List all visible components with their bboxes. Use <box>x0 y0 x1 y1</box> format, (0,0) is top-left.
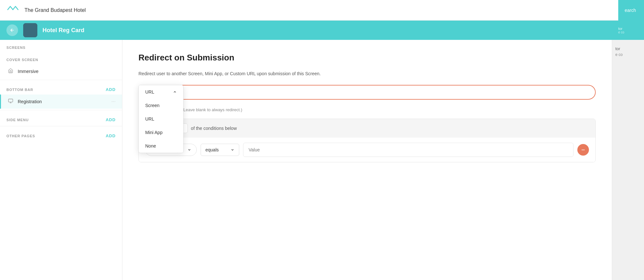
immersive-label: Immersive <box>18 69 116 74</box>
sidebar-item-registration[interactable]: Registration ··· <box>0 95 122 109</box>
sub-header: Hotel Reg Card tor e co <box>0 21 644 40</box>
value-input[interactable] <box>243 143 573 157</box>
cover-screen-section: COVER SCREEN <box>0 52 122 64</box>
divider-1 <box>0 80 122 80</box>
other-pages-label: OTHER PAGES <box>6 134 35 138</box>
sidebar: SCREENS COVER SCREEN Immersive BOTTOM BA… <box>0 40 122 280</box>
screens-section: SCREENS <box>0 40 122 52</box>
main-content: Redirect on Submission Redirect user to … <box>122 40 612 280</box>
other-pages-section: OTHER PAGES ADD <box>0 128 122 141</box>
screens-label: SCREENS <box>6 46 25 50</box>
page-title: Redirect on Submission <box>138 53 596 63</box>
app-title: The Grand Budapest Hotel <box>24 7 622 13</box>
dropdown-item-url-header[interactable]: URL <box>139 85 183 99</box>
svg-rect-0 <box>8 99 13 102</box>
layout: SCREENS COVER SCREEN Immersive BOTTOM BA… <box>0 40 644 280</box>
divider-3 <box>0 126 122 126</box>
remove-condition-button[interactable]: − <box>577 144 589 156</box>
condition-label: tom conditions are met (Leave blank to a… <box>138 107 596 112</box>
dropdown-item-mini-app[interactable]: Mini App <box>139 126 183 139</box>
registration-icon <box>7 98 14 105</box>
home-icon <box>7 68 14 75</box>
sidebar-item-immersive[interactable]: Immersive <box>0 64 122 78</box>
conditions-of-label: of the conditions below <box>191 126 237 131</box>
dropdown-item-url[interactable]: URL <box>139 112 183 126</box>
divider-2 <box>0 110 122 110</box>
url-input-wrap <box>142 85 596 100</box>
dropdown-menu: URL Screen URL Mini App <box>138 85 184 153</box>
side-menu-add-button[interactable]: ADD <box>106 117 116 122</box>
right-panel-content: tor e co <box>612 40 644 63</box>
sub-header-title: Hotel Reg Card <box>43 27 627 34</box>
cover-screen-label: COVER SCREEN <box>6 58 38 62</box>
dropdown-item-none[interactable]: None <box>139 139 183 153</box>
more-icon[interactable]: ··· <box>111 99 116 104</box>
operator-select[interactable]: equals <box>201 144 239 156</box>
conditions-box: Matches ALL of the conditions below ✓ Ag… <box>138 119 596 162</box>
conditions-header: Matches ALL of the conditions below <box>139 119 595 138</box>
dropdown-item-screen[interactable]: Screen <box>139 99 183 112</box>
right-panel: tor e co <box>612 40 644 280</box>
side-menu-label: SIDE MENU <box>6 118 29 122</box>
search-partial: earch <box>618 0 644 21</box>
description: Redirect user to another Screen, Mini Ap… <box>138 70 596 77</box>
condition-row: ✓ Age equals − <box>139 138 595 162</box>
url-input[interactable] <box>142 85 596 100</box>
top-header: The Grand Budapest Hotel earch <box>0 0 644 21</box>
logo-icon <box>6 5 19 16</box>
back-button[interactable] <box>6 24 18 36</box>
app-logo <box>23 23 37 37</box>
bottom-bar-label: BOTTOM BAR <box>6 88 33 92</box>
bottom-bar-section: BOTTOM BAR ADD <box>0 81 122 95</box>
other-pages-add-button[interactable]: ADD <box>106 133 116 138</box>
bottom-bar-add-button[interactable]: ADD <box>106 87 116 92</box>
redirect-row: URL Screen URL Mini App <box>138 85 596 100</box>
sub-header-right: tor e co <box>612 21 644 40</box>
side-menu-section: SIDE MENU ADD <box>0 112 122 125</box>
registration-label: Registration <box>18 99 108 104</box>
